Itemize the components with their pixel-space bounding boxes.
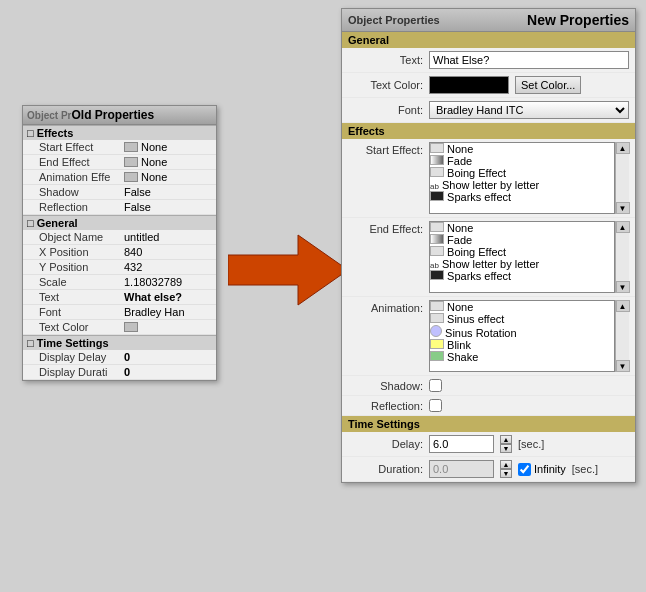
scroll-down-arrow[interactable]: ▼: [616, 360, 630, 372]
start-effect-row: Start Effect: None Fade Boing Effect ab …: [342, 139, 635, 218]
infinity-checkbox[interactable]: [518, 463, 531, 476]
font-select[interactable]: Bradley Hand ITC: [429, 101, 629, 119]
scroll-track: [616, 233, 629, 281]
old-display-delay-label: Display Delay: [39, 351, 124, 363]
old-text-color-row: Text Color: [23, 320, 216, 335]
text-color-field-label: Text Color:: [348, 79, 423, 91]
text-color-row: Text Color: Set Color...: [342, 73, 635, 98]
end-effect-scrollbar[interactable]: ▲ ▼: [615, 221, 629, 293]
old-end-effect-row: End Effect None: [23, 155, 216, 170]
list-item[interactable]: Sparks effect: [430, 270, 614, 282]
reflection-row: Reflection:: [342, 396, 635, 416]
boing-icon: [430, 246, 444, 256]
new-time-header: Time Settings: [342, 416, 635, 432]
delay-up-arrow[interactable]: ▲: [500, 435, 512, 444]
end-effect-listbox[interactable]: None Fade Boing Effect ab Show letter by…: [429, 221, 615, 293]
infinity-label: Infinity: [534, 463, 566, 475]
old-animation-row: Animation Effe None: [23, 170, 216, 185]
list-item[interactable]: Sinus Rotation: [430, 325, 614, 339]
list-item[interactable]: None: [430, 143, 614, 155]
old-effects-header: □ Effects: [23, 125, 216, 140]
list-item[interactable]: Fade: [430, 155, 614, 167]
set-color-button[interactable]: Set Color...: [515, 76, 581, 94]
font-field-label: Font:: [348, 104, 423, 116]
start-effect-listbox-wrapper: None Fade Boing Effect ab Show letter by…: [429, 142, 629, 214]
old-text-value: What else?: [124, 291, 182, 303]
list-item-selected[interactable]: Boing Effect: [430, 167, 614, 179]
duration-input[interactable]: [429, 460, 494, 478]
old-reflection-label: Reflection: [39, 201, 124, 213]
end-effect-field-label: End Effect:: [348, 221, 423, 235]
fade-icon: [430, 155, 444, 165]
old-end-effect-value: None: [141, 156, 167, 168]
start-effect-swatch: [124, 142, 138, 152]
delay-unit: [sec.]: [518, 438, 544, 450]
duration-unit: [sec.]: [572, 463, 598, 475]
old-properties-panel: Object Pr Old Properties □ Effects Start…: [22, 105, 217, 381]
list-item[interactable]: ab Show letter by letter: [430, 179, 614, 191]
animation-row: Animation: None Sinus effect Sinus Rotat…: [342, 297, 635, 376]
list-item[interactable]: Boing Effect: [430, 246, 614, 258]
scroll-track: [616, 312, 629, 360]
list-item[interactable]: Blink: [430, 339, 614, 351]
new-general-header: General: [342, 32, 635, 48]
start-effect-listbox[interactable]: None Fade Boing Effect ab Show letter by…: [429, 142, 615, 214]
animation-listbox-wrapper: None Sinus effect Sinus Rotation Blink S…: [429, 300, 629, 372]
none-icon: [430, 222, 444, 232]
old-shadow-row: Shadow False: [23, 185, 216, 200]
scroll-up-arrow[interactable]: ▲: [616, 221, 630, 233]
old-x-position-row: X Position 840: [23, 245, 216, 260]
old-font-row: Font Bradley Han: [23, 305, 216, 320]
old-animation-label: Animation Effe: [39, 171, 124, 183]
duration-label: Duration:: [348, 463, 423, 475]
start-effect-scrollbar[interactable]: ▲ ▼: [615, 142, 629, 214]
delay-spinner[interactable]: ▲ ▼: [500, 435, 512, 453]
list-item[interactable]: Sparks effect: [430, 191, 614, 203]
scroll-down-arrow[interactable]: ▼: [616, 202, 630, 214]
delay-down-arrow[interactable]: ▼: [500, 444, 512, 453]
old-text-row: Text What else?: [23, 290, 216, 305]
duration-spinner[interactable]: ▲ ▼: [500, 460, 512, 478]
shadow-checkbox[interactable]: [429, 379, 442, 392]
old-text-color-label: Text Color: [39, 321, 124, 333]
text-row: Text:: [342, 48, 635, 73]
scroll-up-arrow[interactable]: ▲: [616, 142, 630, 154]
boing-icon: [430, 167, 444, 177]
none-icon: [430, 143, 444, 153]
font-row: Font: Bradley Hand ITC: [342, 98, 635, 123]
old-start-effect-label: Start Effect: [39, 141, 124, 153]
delay-input[interactable]: [429, 435, 494, 453]
new-panel-highlight-title: New Properties: [527, 12, 629, 28]
text-color-swatch-new[interactable]: [429, 76, 509, 94]
list-item[interactable]: ab Show letter by letter: [430, 258, 614, 270]
list-item[interactable]: Fade: [430, 234, 614, 246]
old-reflection-value: False: [124, 201, 151, 213]
animation-scrollbar[interactable]: ▲ ▼: [615, 300, 629, 372]
scroll-up-arrow[interactable]: ▲: [616, 300, 630, 312]
text-color-swatch: [124, 322, 138, 332]
text-input[interactable]: [429, 51, 629, 69]
old-time-header: □ Time Settings: [23, 335, 216, 350]
delay-label: Delay:: [348, 438, 423, 450]
new-panel-title: Object Properties: [348, 14, 440, 26]
old-font-label: Font: [39, 306, 124, 318]
reflection-checkbox[interactable]: [429, 399, 442, 412]
arrow: [228, 230, 348, 310]
old-text-label: Text: [39, 291, 124, 303]
list-item[interactable]: Sinus effect: [430, 313, 614, 325]
list-item-selected[interactable]: None: [430, 222, 614, 234]
duration-down-arrow[interactable]: ▼: [500, 469, 512, 478]
list-item[interactable]: Shake: [430, 351, 614, 363]
scroll-track: [616, 154, 629, 202]
old-scale-row: Scale 1.18032789: [23, 275, 216, 290]
old-general-header: □ General: [23, 215, 216, 230]
animation-listbox[interactable]: None Sinus effect Sinus Rotation Blink S…: [429, 300, 615, 372]
end-effect-row: End Effect: None Fade Boing Effect ab Sh…: [342, 218, 635, 297]
sinus-icon: [430, 313, 444, 323]
list-item-selected[interactable]: None: [430, 301, 614, 313]
duration-up-arrow[interactable]: ▲: [500, 460, 512, 469]
scroll-down-arrow[interactable]: ▼: [616, 281, 630, 293]
old-object-name-row: Object Name untitled: [23, 230, 216, 245]
old-animation-value: None: [141, 171, 167, 183]
old-start-effect-value: None: [141, 141, 167, 153]
